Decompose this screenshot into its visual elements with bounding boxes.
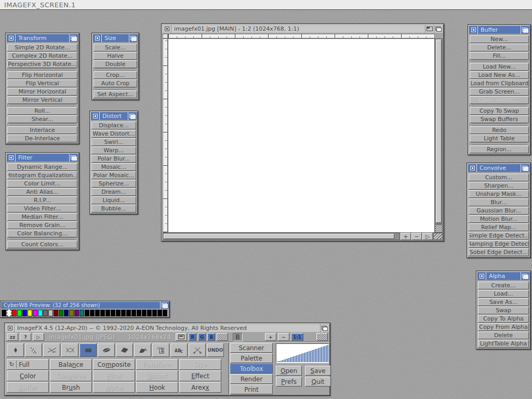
toolbar-titlebar[interactable]: ImageFX 4.5 (12-Apr-20) -- © 1992-2020 A…	[6, 324, 329, 332]
distort-button-warp[interactable]: Warp...	[91, 147, 136, 154]
color-swatch[interactable]	[43, 310, 48, 316]
green-channel-button[interactable]: G	[198, 333, 206, 341]
depth-icon[interactable]	[160, 302, 169, 309]
color-swatch[interactable]	[64, 310, 69, 316]
grid-button-arexx[interactable]: Arexx	[179, 382, 221, 393]
airbrush-tool[interactable]	[25, 343, 42, 357]
image-window-titlebar[interactable]: imagefx01.jpg [MAIN] - 1:2 (1024x768, 1:…	[163, 25, 443, 33]
filter-panel-titlebar[interactable]: Filter	[7, 154, 78, 162]
transform-button-mirror-vertical[interactable]: Mirror Vertical	[7, 96, 77, 104]
grid-button-filter[interactable]: Filter	[93, 370, 135, 381]
color-swatch[interactable]	[59, 310, 63, 316]
color-swatch[interactable]	[111, 310, 115, 316]
color-swatch[interactable]	[79, 310, 84, 316]
buffer-button-grab-screen[interactable]: Grab Screen...	[470, 88, 529, 96]
alpha-button-load[interactable]: Load...	[478, 290, 529, 298]
grid-button-size[interactable]: Size	[179, 359, 221, 370]
distort-button-spherize[interactable]: Spherize...	[91, 180, 136, 188]
distort-button-swirl[interactable]: Swirl...	[91, 138, 136, 146]
transform-panel-titlebar[interactable]: Transform	[7, 34, 78, 42]
color-swatch[interactable]	[95, 310, 100, 316]
action-button-prefs[interactable]: Prefs	[276, 377, 302, 387]
execute-button[interactable]: ▷	[33, 333, 44, 341]
color-swatch[interactable]	[152, 310, 157, 316]
buffer-button-load-new-as[interactable]: Load New As...	[470, 71, 529, 79]
vertical-scrollbar[interactable]	[435, 38, 443, 224]
zoom-in-button[interactable]: +	[401, 233, 411, 240]
zoom-icon[interactable]	[425, 25, 434, 33]
grid-button-full[interactable]: ↻Full	[7, 359, 49, 370]
freehand-tool[interactable]	[134, 343, 151, 357]
grid-button-transform[interactable]: Transform	[136, 359, 178, 370]
depth-icon[interactable]	[320, 324, 329, 332]
buffer-panel-titlebar[interactable]: Buffer	[469, 26, 529, 34]
color-swatch[interactable]	[147, 310, 152, 316]
distort-panel-titlebar[interactable]: Distort	[91, 112, 137, 120]
distort-button-polar-mosaic[interactable]: Polar Mosaic...	[91, 171, 136, 179]
help-button[interactable]: ?	[20, 333, 31, 341]
undo-button[interactable]: UNDO	[207, 343, 224, 357]
convolve-button-sharpen[interactable]: Sharpen...	[469, 182, 529, 190]
box-tool[interactable]	[79, 343, 97, 357]
color-swatch[interactable]	[90, 310, 95, 316]
grid-button-brush[interactable]: Brush	[50, 382, 92, 393]
close-icon[interactable]	[7, 154, 16, 162]
dither-icon[interactable]	[217, 333, 228, 341]
distort-button-liquid[interactable]: Liquid...	[91, 196, 136, 204]
curve-tool[interactable]	[61, 343, 78, 357]
color-swatch[interactable]	[74, 310, 79, 316]
transform-button-flip-vertical[interactable]: Flip Vertical	[7, 79, 77, 87]
close-icon[interactable]	[93, 34, 102, 42]
zoom-1-1-button[interactable]: 1:1	[291, 333, 303, 341]
scissors-tool[interactable]	[189, 343, 206, 357]
depth-icon[interactable]	[434, 25, 443, 33]
depth-icon[interactable]	[69, 154, 78, 162]
alpha-button-copy-to-alpha[interactable]: Copy To Alpha	[478, 315, 529, 323]
buffer-button-delete[interactable]: Delete...	[470, 44, 529, 51]
convolve-button-gaussian-blur[interactable]: Gaussian Blur...	[469, 207, 529, 215]
buffer-button-light-table[interactable]: Light Table	[470, 135, 529, 142]
color-swatch[interactable]	[157, 310, 162, 316]
color-swatch[interactable]	[137, 310, 141, 316]
arrow-button[interactable]: ▷	[422, 233, 433, 240]
color-swatch[interactable]	[121, 310, 126, 316]
ellipse-tool[interactable]	[98, 343, 115, 357]
brush-page-tool[interactable]: 1	[152, 343, 169, 357]
size-panel-titlebar[interactable]: Size	[93, 34, 138, 42]
color-swatch[interactable]	[22, 310, 27, 316]
buffer-button-swap-buffers[interactable]: Swap Buffers	[470, 115, 529, 123]
polygon-tool[interactable]	[116, 343, 133, 357]
alpha-button-save-as[interactable]: Save As...	[478, 298, 529, 306]
color-swatch[interactable]	[131, 310, 136, 316]
color-swatch[interactable]	[69, 310, 74, 316]
mode-button-render[interactable]: Render	[230, 374, 273, 384]
close-icon[interactable]	[6, 324, 15, 332]
filter-button-histogram-equalization[interactable]: Histogram Equalization...	[7, 171, 77, 179]
grid-button-composite[interactable]: Composite	[93, 359, 135, 370]
alpha-button-delete[interactable]: Delete	[478, 331, 529, 339]
size-button-auto-crop[interactable]: Auto Crop	[94, 79, 137, 87]
grid-button-convolve[interactable]: Convolve	[50, 370, 92, 381]
distort-button-dream[interactable]: Dream...	[91, 188, 136, 196]
depth-icon[interactable]	[128, 112, 137, 120]
grid-button-color[interactable]: Color	[7, 370, 49, 381]
color-swatch[interactable]	[142, 310, 147, 316]
convolve-panel-titlebar[interactable]: Convolve	[468, 164, 529, 172]
convolve-button-ramping-edge-detect[interactable]: Ramping Edge Detect	[469, 240, 529, 248]
screen-mode-icon[interactable]	[176, 333, 187, 341]
size-button-double[interactable]: Double	[94, 60, 137, 68]
color-swatch[interactable]	[126, 310, 131, 316]
color-swatch[interactable]	[33, 310, 37, 316]
red-channel-button[interactable]: R	[189, 333, 196, 341]
distort-button-bubble[interactable]: Bubble...	[91, 205, 136, 212]
buffer-button-load-from-clipboard[interactable]: Load from Clipboard	[470, 79, 529, 87]
color-swatch[interactable]	[54, 310, 58, 316]
close-icon[interactable]	[7, 34, 16, 42]
buffer-button-open-magic[interactable]: Open MAGIC...	[470, 96, 529, 104]
close-icon[interactable]	[163, 25, 171, 33]
transform-button-flip-horizontal[interactable]: Flip Horizontal	[7, 71, 77, 79]
vertical-scroll-thumb[interactable]	[436, 39, 442, 223]
line-tool[interactable]	[43, 343, 60, 357]
pattern-gadget-icon[interactable]	[435, 224, 443, 233]
filter-button-remove-grain[interactable]: Remove Grain...	[7, 221, 77, 229]
